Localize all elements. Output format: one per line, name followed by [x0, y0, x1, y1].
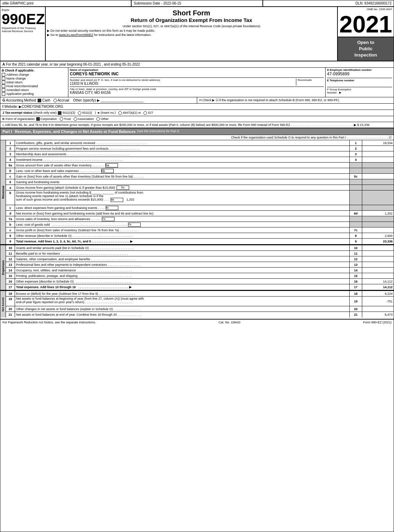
- assoc-radio[interactable]: [74, 117, 77, 121]
- corp-checkbox[interactable]: [36, 117, 40, 121]
- cash-checkbox[interactable]: [38, 99, 41, 102]
- part-i-title: Revenue, Expenses, and Changes in Net As…: [15, 129, 136, 134]
- line-7b-box: 7b: [128, 223, 141, 227]
- line-2-row: 2 Program service revenue including gove…: [6, 146, 394, 151]
- line-1-ref: 1: [350, 140, 362, 145]
- line-7a-num: 7a: [6, 216, 15, 222]
- net-asset-lines: 18 Excess or (deficit) for the year (Sub…: [6, 291, 394, 317]
- line-5a-desc: Gross amount from sale of assets other t…: [15, 163, 350, 168]
- check-name[interactable]: Name change: [2, 77, 67, 80]
- line-6b-ref: [350, 190, 362, 205]
- go-to: ▶ Go to www.irs.gov/Form990EZ for instru…: [47, 33, 336, 37]
- line-16-val: 14,112: [362, 279, 394, 284]
- paperwork-notice: For Paperwork Reduction Act Notice, see …: [2, 321, 96, 324]
- check-address[interactable]: Address change: [2, 73, 67, 76]
- line-18-ref: 18: [350, 291, 362, 296]
- room-label: Room/suite: [298, 78, 324, 82]
- address-checkbox[interactable]: [2, 73, 5, 76]
- line-5c-val: [362, 174, 394, 179]
- line-20-row: 20 Other changes in net assets or fund b…: [6, 306, 394, 312]
- line-16-ref: 16: [350, 279, 362, 284]
- line-16-row: 16 Other expenses (describe in Schedule …: [6, 279, 394, 284]
- line-13-row: 13 Professional fees and other payments …: [6, 262, 394, 268]
- line-20-val: [362, 306, 394, 312]
- section-b-label: B Check if applicable:: [2, 69, 67, 72]
- check-pending[interactable]: Application pending: [2, 92, 67, 96]
- initial-checkbox[interactable]: [2, 81, 5, 84]
- check-initial[interactable]: Initial return: [2, 81, 67, 84]
- trust-radio[interactable]: [60, 117, 63, 121]
- year-block: OMB No. 1545-0047 2021 Open toPublicInsp…: [338, 7, 394, 61]
- form-page: efile GRAPHIC print Submission Date - 20…: [0, 0, 394, 532]
- line-9-desc: Total revenue. Add lines 1, 2, 3, 4, 5c,…: [15, 239, 350, 244]
- line-3-ref: 3: [350, 151, 362, 157]
- section-a: A For the 2021 calendar year, or tax yea…: [0, 61, 394, 68]
- line-4-num: 4: [6, 157, 15, 162]
- line-11-desc: Benefits paid to or for members . . . . …: [15, 251, 350, 256]
- line-9-ref: 9: [350, 239, 362, 244]
- line-11-ref: 11: [350, 251, 362, 256]
- dln: DLN: 93492166000172: [263, 0, 394, 6]
- line-2-val: [362, 146, 394, 151]
- section-d: D Employer identification number 47-0995…: [326, 68, 394, 97]
- bcd-section: B Check if applicable: Address change Na…: [0, 68, 394, 97]
- line-5a-num: 5a: [6, 163, 15, 168]
- section-b: B Check if applicable: Address change Na…: [0, 68, 68, 97]
- line-5b-row: b Less: cost or other basis and sales ex…: [6, 168, 394, 174]
- city-row: City or town, state or province, country…: [70, 87, 324, 95]
- line-14-num: 14: [6, 268, 15, 273]
- line-12-num: 12: [6, 256, 15, 262]
- line-5a-row: 5a Gross amount from sale of assets othe…: [6, 163, 394, 168]
- title-section: Form 990EZ Department of the Treasury In…: [0, 7, 394, 61]
- accrual-radio[interactable]: [53, 99, 57, 102]
- line-6-val: [362, 179, 394, 185]
- line-18-val: 9,224: [362, 291, 394, 296]
- line-2-ref: 2: [350, 146, 362, 151]
- line-3-row: 3 Membership dues and assessments . . . …: [6, 151, 394, 157]
- line-16-num: 16: [6, 279, 15, 284]
- line-5b-num: b: [6, 168, 15, 173]
- final-label: Final return/terminated: [6, 84, 38, 88]
- line-16-desc: Other expenses (describe in Schedule O) …: [15, 279, 350, 284]
- initial-label: Initial return: [6, 81, 23, 84]
- line-17-num: 17: [6, 284, 15, 290]
- line-12-row: 12 Salaries, other compensation, and emp…: [6, 256, 394, 262]
- no-ssn: ▶ Do not enter social security numbers o…: [47, 29, 336, 32]
- line-1-num: 1: [6, 140, 15, 145]
- expenses-side-label: Expenses: [0, 245, 6, 290]
- pending-checkbox[interactable]: [2, 92, 5, 96]
- other-radio[interactable]: [96, 117, 100, 121]
- line-6a-val: [362, 185, 394, 190]
- final-checkbox[interactable]: [2, 84, 5, 88]
- check-final[interactable]: Final return/terminated: [2, 84, 67, 88]
- name-label: Name change: [6, 77, 26, 80]
- check-amended[interactable]: Amended return: [2, 88, 67, 92]
- expenses-section: Expenses 10 Grants and similar amounts p…: [0, 245, 394, 290]
- amended-label: Amended return: [6, 88, 29, 92]
- line-9-row: 9 Total revenue. Add lines 1, 2, 3, 4, 5…: [6, 239, 394, 244]
- form-number: 990EZ: [2, 12, 44, 27]
- line-7a-row: 7a Gross sales of inventory, less return…: [6, 216, 394, 222]
- line-7b-num: b: [6, 222, 15, 227]
- amended-checkbox[interactable]: [2, 88, 5, 92]
- 501c-radio[interactable]: [78, 111, 81, 115]
- line-6d-row: d Net income or (loss) from gaming and f…: [6, 211, 394, 216]
- 527-radio[interactable]: [143, 111, 147, 115]
- address-row: Number and street (or P. O. box, if mail…: [70, 77, 324, 85]
- line-1-desc: Contributions, gifts, grants, and simila…: [15, 140, 350, 145]
- revenue-lines: 1 Contributions, gifts, grants, and simi…: [6, 140, 394, 244]
- line-9-num: 9: [6, 239, 15, 244]
- line-20-num: 20: [6, 306, 15, 312]
- part-i-header: Part I Revenue, Expenses, and Changes in…: [0, 128, 394, 135]
- name-checkbox[interactable]: [2, 77, 5, 80]
- 4947-radio[interactable]: [118, 111, 122, 115]
- line-21-row: 21 Net assets or fund balances at end of…: [6, 312, 394, 317]
- line-5b-desc: Less: cost or other basis and sales expe…: [15, 168, 350, 173]
- line-14-row: 14 Occupancy, rent, utilities, and maint…: [6, 268, 394, 273]
- line-8-desc: Other revenue (describe in Schedule O) .…: [15, 233, 350, 238]
- line-9-val: 23,336: [362, 239, 394, 244]
- line-15-desc: Printing, publications, postage, and shi…: [15, 273, 350, 278]
- line-13-desc: Professional fees and other payments to …: [15, 262, 350, 267]
- 501c3-checkbox[interactable]: [58, 111, 61, 115]
- line-13-val: [362, 262, 394, 267]
